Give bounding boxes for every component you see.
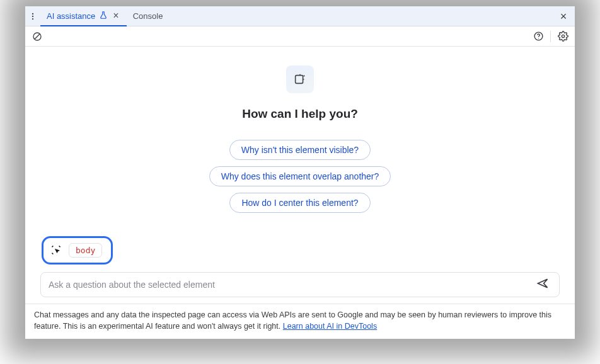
panel-tabbar: AI assistance × Console ×	[25, 6, 575, 26]
svg-rect-8	[296, 76, 303, 84]
suggestion-pill[interactable]: Why isn't this element visible?	[229, 140, 371, 160]
tab-label: Console	[133, 11, 163, 21]
selected-element-tag[interactable]: body	[69, 243, 102, 258]
toolbar	[25, 26, 575, 47]
svg-point-6	[538, 38, 538, 38]
close-panel-icon[interactable]: ×	[557, 9, 570, 23]
settings-gear-icon[interactable]	[556, 30, 570, 43]
main-content: How can I help you? Why isn't this eleme…	[25, 47, 575, 236]
tab-ai-assistance[interactable]: AI assistance ×	[40, 7, 127, 26]
tab-label: AI assistance	[47, 11, 95, 21]
experiment-flask-icon	[99, 11, 108, 21]
question-input-row	[40, 272, 560, 297]
clear-icon[interactable]	[30, 30, 44, 43]
svg-point-2	[32, 18, 33, 19]
suggestion-pill[interactable]: Why does this element overlap another?	[209, 166, 391, 186]
help-icon[interactable]	[531, 30, 545, 43]
page-heading: How can I help you?	[242, 107, 358, 121]
more-menu-icon[interactable]	[25, 9, 40, 23]
toolbar-divider	[550, 31, 551, 42]
svg-point-0	[32, 13, 33, 14]
send-icon[interactable]	[534, 275, 551, 295]
question-input[interactable]	[49, 280, 534, 290]
element-picker-icon[interactable]	[50, 244, 62, 256]
bottom-area: body	[25, 236, 575, 304]
tab-console[interactable]: Console	[127, 6, 170, 26]
ai-sparkle-icon	[286, 65, 314, 93]
svg-point-7	[562, 35, 564, 37]
svg-line-4	[35, 34, 40, 39]
disclaimer-footer: Chat messages and any data the inspected…	[25, 304, 575, 339]
selected-element-context: body	[42, 236, 113, 264]
close-tab-icon[interactable]: ×	[112, 11, 120, 21]
suggestion-pill[interactable]: How do I center this element?	[229, 193, 370, 213]
suggestion-list: Why isn't this element visible? Why does…	[209, 140, 391, 213]
svg-point-1	[32, 15, 33, 16]
learn-more-link[interactable]: Learn about AI in DevTools	[283, 322, 377, 331]
devtools-panel: AI assistance × Console ×	[25, 6, 575, 339]
